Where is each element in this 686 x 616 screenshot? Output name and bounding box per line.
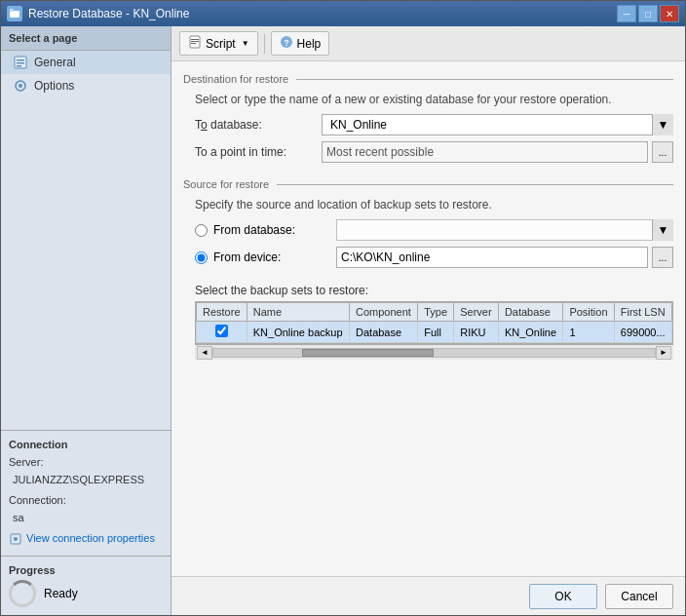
source-section: Source for restore Specify the source an…	[183, 178, 673, 268]
col-type: Type	[418, 303, 454, 322]
from-database-radio[interactable]	[195, 224, 208, 237]
restore-checkbox-cell	[197, 322, 248, 343]
to-database-label: To database:	[195, 118, 322, 132]
from-database-select[interactable]	[336, 219, 673, 241]
progress-status: Ready	[44, 587, 78, 600]
svg-rect-3	[17, 59, 24, 61]
to-label-text: To database:	[195, 118, 262, 132]
scroll-right-arrow[interactable]: ►	[656, 346, 671, 360]
from-database-select-wrapper: ▼	[336, 219, 673, 241]
options-icon	[13, 78, 28, 94]
to-database-row: To database: KN_Online ▼	[195, 114, 673, 135]
sidebar-item-options[interactable]: Options	[1, 74, 171, 97]
scroll-track[interactable]	[212, 348, 656, 358]
maximize-button[interactable]: □	[638, 5, 658, 22]
source-description: Specify the source and location of backu…	[195, 198, 673, 212]
progress-title: Progress	[9, 564, 163, 576]
window-title: Restore Database - KN_Online	[28, 7, 189, 20]
backup-table-head: Restore Name Component Type Server Datab…	[197, 303, 672, 322]
scroll-thumb[interactable]	[302, 349, 435, 357]
right-panel: Script ▼ ? Help	[172, 26, 685, 615]
sidebar-item-general[interactable]: General	[1, 51, 171, 74]
to-point-browse-button[interactable]: ...	[652, 141, 673, 163]
from-device-input[interactable]	[336, 247, 648, 268]
svg-rect-1	[10, 9, 14, 12]
to-database-select[interactable]: KN_Online	[322, 114, 673, 135]
sidebar-label-options: Options	[34, 79, 74, 93]
from-device-radio[interactable]	[195, 251, 208, 264]
backup-sets-label: Select the backup sets to restore:	[195, 284, 673, 297]
close-button[interactable]: ✕	[660, 5, 679, 22]
restore-checkbox[interactable]	[215, 325, 228, 337]
row-database: KN_Online	[498, 322, 563, 343]
sidebar: Select a page General	[1, 26, 172, 615]
to-point-input-wrapper: ...	[322, 141, 673, 163]
row-server: RIKU	[454, 322, 499, 343]
connection-properties-icon	[9, 532, 22, 546]
sidebar-header: Select a page	[1, 26, 171, 51]
from-device-row: From device: ...	[195, 247, 673, 268]
minimize-button[interactable]: ─	[617, 5, 636, 22]
progress-section: Progress Ready	[1, 556, 171, 615]
row-name: KN_Online backup	[247, 322, 349, 343]
connection-section: Connection Server: JULIANZZZ\SQLEXPRESS …	[1, 430, 171, 556]
backup-table-header-row: Restore Name Component Type Server Datab…	[197, 303, 672, 322]
from-database-input-wrapper: ▼	[336, 219, 673, 241]
row-position: 1	[563, 322, 614, 343]
svg-rect-0	[10, 11, 19, 18]
cancel-button[interactable]: Cancel	[605, 584, 673, 609]
connection-value: sa	[13, 510, 163, 527]
table-row[interactable]: KN_Online backup Database Full RIKU KN_O…	[197, 322, 672, 343]
svg-rect-11	[191, 39, 199, 40]
backup-sets-section: Select the backup sets to restore: Resto…	[195, 284, 673, 360]
to-point-label-text: To a point in time:	[195, 145, 286, 159]
to-database-input-wrapper: KN_Online ▼	[322, 114, 673, 135]
row-type: Full	[418, 322, 454, 343]
connection-info: Server: JULIANZZZ\SQLEXPRESS Connection:…	[9, 454, 163, 548]
row-component: Database	[350, 322, 418, 343]
content-area: Destination for restore Select or type t…	[172, 61, 685, 576]
view-connection-link[interactable]: View connection properties	[9, 530, 163, 548]
title-bar: Restore Database - KN_Online ─ □ ✕	[1, 1, 685, 26]
server-label: Server:	[9, 454, 163, 472]
from-device-browse-button[interactable]: ...	[652, 247, 673, 268]
col-restore: Restore	[197, 303, 248, 322]
backup-table-body: KN_Online backup Database Full RIKU KN_O…	[197, 322, 672, 343]
col-first-lsn: First LSN	[614, 303, 671, 322]
script-label: Script	[206, 37, 236, 51]
general-icon	[13, 55, 28, 70]
toolbar: Script ▼ ? Help	[172, 26, 685, 61]
backup-table-scrollable: Restore Name Component Type Server Datab…	[195, 301, 673, 344]
connection-title: Connection	[9, 439, 163, 450]
from-database-row: From database: ▼	[195, 219, 673, 241]
title-bar-left: Restore Database - KN_Online	[7, 6, 189, 21]
from-device-input-wrapper: ...	[336, 247, 673, 268]
row-first-lsn: 699000...	[614, 322, 671, 343]
horizontal-scrollbar: ◄ ►	[195, 344, 673, 360]
destination-section: Destination for restore Select or type t…	[183, 73, 673, 163]
title-buttons: ─ □ ✕	[617, 5, 679, 22]
svg-rect-4	[17, 62, 24, 64]
svg-text:?: ?	[284, 38, 289, 48]
from-database-label: From database:	[213, 223, 330, 237]
script-icon	[188, 35, 202, 52]
scroll-left-arrow[interactable]: ◄	[197, 346, 212, 360]
footer: OK Cancel	[172, 576, 685, 615]
view-connection-properties-link[interactable]: View connection properties	[26, 530, 155, 548]
backup-table: Restore Name Component Type Server Datab…	[196, 302, 672, 343]
to-point-input[interactable]	[322, 141, 648, 163]
col-server: Server	[454, 303, 499, 322]
main-window: Restore Database - KN_Online ─ □ ✕ Selec…	[0, 0, 686, 616]
col-database: Database	[498, 303, 563, 322]
source-group-label: Source for restore	[183, 178, 673, 190]
to-point-row: To a point in time: ...	[195, 141, 673, 163]
script-button[interactable]: Script ▼	[179, 31, 258, 56]
ok-button[interactable]: OK	[529, 584, 597, 609]
from-device-label: From device:	[213, 250, 330, 264]
help-button[interactable]: ? Help	[271, 31, 330, 56]
destination-group-label: Destination for restore	[183, 73, 673, 85]
connection-label: Connection:	[9, 492, 163, 510]
svg-rect-13	[191, 43, 196, 44]
help-label: Help	[297, 37, 322, 51]
main-content: Select a page General	[1, 26, 685, 615]
